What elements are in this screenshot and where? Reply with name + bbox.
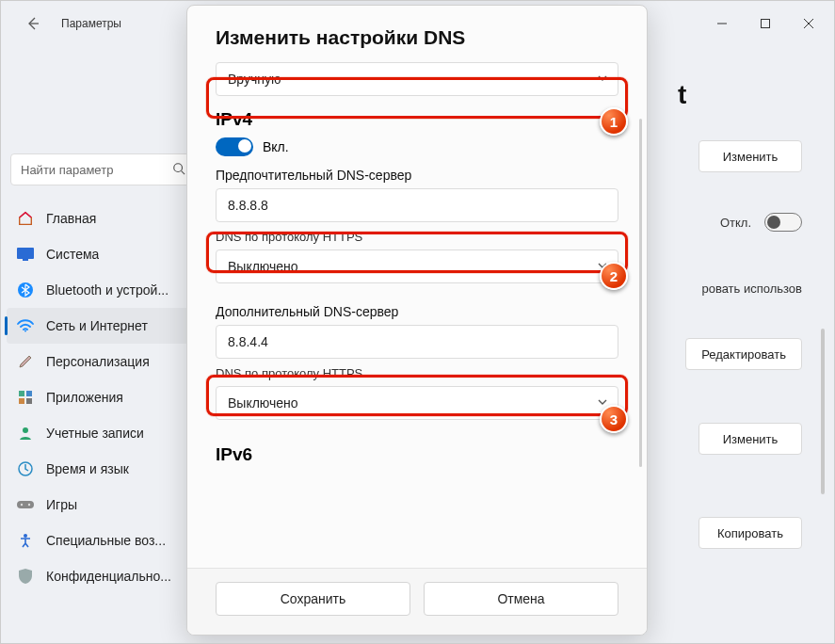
sidebar-item-gaming[interactable]: Игры — [7, 487, 198, 523]
alternate-dns-input[interactable]: 8.8.4.4 — [216, 325, 618, 359]
sidebar-item-accessibility[interactable]: Специальные воз... — [7, 523, 198, 558]
preferred-dns-label: Предпочтительный DNS-сервер — [216, 168, 618, 183]
sidebar-item-time[interactable]: Время и язык — [7, 451, 198, 487]
sidebar-item-label: Главная — [46, 211, 96, 226]
doh1-value: Выключено — [228, 259, 298, 274]
dialog-title: Изменить настройки DNS — [216, 26, 618, 49]
bg-use-label: ровать использов — [701, 282, 802, 296]
wifi-icon — [16, 316, 35, 335]
dialog-scrollbar[interactable] — [639, 119, 642, 467]
back-button[interactable] — [18, 8, 48, 39]
sidebar-item-accounts[interactable]: Учетные записи — [7, 415, 198, 451]
gamepad-icon — [16, 495, 35, 514]
bg-change2-button[interactable]: Изменить — [699, 423, 802, 455]
alternate-dns-value: 8.8.4.4 — [228, 334, 268, 349]
sidebar-item-label: Конфиденциально... — [46, 569, 171, 584]
search-placeholder: Найти параметр — [21, 163, 113, 177]
bg-toggle-off[interactable] — [764, 213, 802, 232]
svg-rect-3 — [23, 259, 28, 261]
svg-point-15 — [24, 534, 27, 538]
app-title: Параметры — [61, 17, 121, 30]
sidebar-item-label: Специальные воз... — [46, 533, 166, 548]
brush-icon — [16, 352, 35, 371]
doh2-select[interactable]: Выключено — [216, 386, 618, 420]
doh2-value: Выключено — [228, 395, 298, 411]
chevron-down-icon — [597, 395, 608, 411]
svg-rect-9 — [26, 398, 32, 404]
preferred-dns-value: 8.8.8.8 — [228, 198, 268, 213]
sidebar-item-label: Сеть и Интернет — [46, 318, 148, 333]
sidebar-item-label: Приложения — [46, 390, 123, 405]
svg-point-13 — [21, 504, 23, 506]
close-button[interactable] — [787, 8, 830, 39]
minimize-button[interactable] — [700, 8, 744, 39]
ipv4-toggle-label: Вкл. — [263, 139, 289, 154]
bluetooth-icon — [16, 281, 35, 299]
clock-globe-icon — [16, 459, 35, 478]
svg-point-10 — [23, 427, 28, 433]
cancel-button[interactable]: Отмена — [424, 582, 618, 616]
doh1-label: DNS по протоколу HTTPS — [216, 230, 618, 244]
svg-point-1 — [174, 163, 183, 171]
nav-list: Главная Система Bluetooth и устрой... Се… — [1, 201, 203, 594]
sidebar-item-network[interactable]: Сеть и Интернет — [7, 308, 198, 344]
sidebar-item-label: Учетные записи — [46, 426, 144, 441]
svg-rect-2 — [17, 248, 34, 259]
sidebar-item-bluetooth[interactable]: Bluetooth и устрой... — [7, 272, 198, 308]
svg-point-14 — [28, 504, 30, 506]
alternate-dns-label: Дополнительный DNS-сервер — [216, 304, 618, 319]
save-button[interactable]: Сохранить — [216, 582, 410, 616]
ipv4-heading: IPv4 — [216, 109, 618, 130]
person-icon — [16, 424, 35, 443]
maximize-icon — [760, 18, 771, 29]
sidebar-item-label: Игры — [46, 497, 77, 512]
minimize-icon — [716, 18, 728, 29]
home-icon — [16, 209, 35, 228]
dns-settings-dialog: Изменить настройки DNS Вручную IPv4 Вкл.… — [186, 5, 648, 636]
dialog-footer: Сохранить Отмена — [187, 568, 647, 635]
dialog-body: Изменить настройки DNS Вручную IPv4 Вкл.… — [187, 6, 647, 568]
sidebar-item-privacy[interactable]: Конфиденциально... — [7, 558, 198, 594]
svg-rect-0 — [762, 20, 770, 28]
doh1-select[interactable]: Выключено — [216, 250, 618, 283]
system-icon — [16, 245, 35, 264]
sidebar: Найти параметр Главная Система Bluetooth… — [1, 46, 203, 643]
sidebar-item-label: Bluetooth и устрой... — [46, 282, 169, 298]
sidebar-item-personalization[interactable]: Персонализация — [7, 344, 198, 379]
svg-rect-7 — [26, 391, 32, 396]
search-input[interactable]: Найти параметр — [10, 153, 194, 185]
close-icon — [803, 18, 814, 29]
dns-mode-value: Вручную — [228, 72, 281, 87]
bg-scrollbar[interactable] — [821, 329, 825, 494]
sidebar-item-label: Время и язык — [46, 461, 129, 476]
doh2-label: DNS по протоколу HTTPS — [216, 366, 618, 380]
bg-change-button[interactable]: Изменить — [699, 140, 802, 172]
apps-icon — [16, 388, 35, 407]
chevron-down-icon — [597, 259, 608, 274]
search-icon — [172, 162, 185, 178]
svg-rect-12 — [17, 501, 34, 508]
bg-off-label: Откл. — [720, 216, 751, 230]
sidebar-item-label: Система — [46, 247, 99, 262]
svg-point-5 — [24, 330, 26, 332]
svg-rect-8 — [19, 398, 24, 404]
sidebar-item-label: Персонализация — [46, 354, 150, 369]
chevron-down-icon — [597, 72, 608, 87]
sidebar-item-home[interactable]: Главная — [7, 201, 198, 236]
ipv4-toggle[interactable] — [216, 137, 253, 156]
window-controls — [700, 8, 830, 39]
dns-mode-select[interactable]: Вручную — [216, 62, 618, 96]
maximize-button[interactable] — [744, 8, 787, 39]
svg-rect-6 — [19, 391, 24, 396]
shield-icon — [16, 567, 35, 586]
bg-edit-button[interactable]: Редактировать — [685, 338, 802, 370]
sidebar-item-system[interactable]: Система — [7, 236, 198, 272]
sidebar-item-apps[interactable]: Приложения — [7, 379, 198, 415]
page-title-fragment: t — [678, 80, 802, 110]
arrow-left-icon — [25, 16, 40, 31]
bg-copy-button[interactable]: Копировать — [699, 517, 802, 549]
ipv6-heading: IPv6 — [216, 444, 618, 465]
accessibility-icon — [16, 531, 35, 550]
preferred-dns-input[interactable]: 8.8.8.8 — [216, 188, 618, 222]
